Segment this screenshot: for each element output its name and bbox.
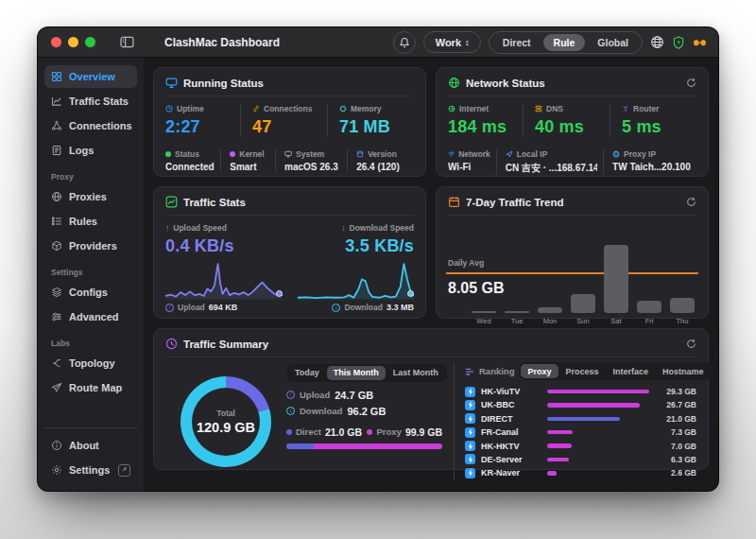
- proxy-bolt-badge-icon: [465, 413, 475, 424]
- refresh-icon: [686, 78, 696, 88]
- tab-interface[interactable]: Interface: [607, 364, 656, 378]
- proxy-summary: Proxy99.9 GB: [367, 426, 442, 438]
- sidebar-item-overview[interactable]: Overview: [44, 65, 137, 88]
- connections-stat: Connections 47: [240, 104, 327, 137]
- proxy-bolt-badge-icon: [465, 441, 475, 451]
- clock-icon: [165, 105, 173, 113]
- refresh-button[interactable]: [686, 78, 696, 88]
- internet-latency-stat: Internet 184 ms: [448, 104, 523, 137]
- location-arrow-icon: [506, 150, 513, 158]
- network-detail: Network Wi-Fi: [448, 149, 496, 175]
- sidebar-toggle-icon[interactable]: [120, 36, 134, 48]
- ranking-name: HK-ViuTV: [481, 387, 543, 396]
- running-status-card: Running Status Uptime 2:27 Connections 4…: [153, 67, 426, 177]
- sidebar-item-settings[interactable]: Settings ↗: [44, 459, 137, 481]
- mode-direct[interactable]: Direct: [492, 34, 541, 51]
- plane-icon: [51, 382, 62, 393]
- card-title: 7-Day Traffic Trend: [466, 197, 564, 208]
- refresh-icon: [686, 339, 696, 349]
- upload-speed-panel: ↑Upload Speed 0.4 KB/s ↑ Upload694 KB: [165, 223, 283, 312]
- topology-curve-icon: [51, 357, 62, 369]
- mode-rule[interactable]: Rule: [543, 34, 586, 51]
- card-title: Network Status: [466, 78, 545, 89]
- mode-global[interactable]: Global: [587, 34, 639, 51]
- local-ip-detail: Local IP CN 吉安 · ...168.67.147: [496, 149, 603, 175]
- ranking-row[interactable]: DIRECT21.0 GB: [465, 413, 696, 425]
- tab-hostname[interactable]: Hostname: [656, 364, 711, 378]
- sidebar-item-logs[interactable]: Logs: [44, 139, 137, 162]
- profile-dropdown[interactable]: Work ▴▾: [423, 31, 481, 53]
- shield-button[interactable]: [672, 36, 685, 49]
- card-title: Running Status: [183, 78, 264, 89]
- zoom-window-button[interactable]: [85, 37, 95, 47]
- sidebar: Overview Traffic Stats Connections Logs …: [38, 58, 144, 491]
- sidebar-item-configs[interactable]: Configs: [44, 281, 137, 304]
- titlebar: ClashMac Dashboard Work ▴▾ Direct Rule G…: [38, 27, 718, 58]
- ranking-row[interactable]: FR-Canal7.3 GB: [465, 426, 696, 438]
- ranking-row[interactable]: KR-Naver2.6 GB: [465, 467, 696, 478]
- sidebar-item-label: Topology: [69, 357, 115, 369]
- antenna-icon: [622, 105, 629, 113]
- traffic-summary-card: Traffic Summary Total 120.9 GB: [153, 328, 709, 470]
- sidebar-item-route-map[interactable]: Route Map: [44, 376, 137, 399]
- tab-last-month[interactable]: Last Month: [387, 366, 445, 380]
- network-nodes-icon: [51, 120, 62, 131]
- sidebar-item-label: Settings: [69, 464, 110, 476]
- sidebar-item-topology[interactable]: Topology: [44, 352, 137, 374]
- main-content: Running Status Uptime 2:27 Connections 4…: [144, 58, 718, 491]
- app-window: ClashMac Dashboard Work ▴▾ Direct Rule G…: [37, 26, 719, 492]
- sidebar-item-label: Rules: [69, 216, 97, 227]
- close-window-button[interactable]: [51, 37, 61, 47]
- refresh-button[interactable]: [686, 339, 696, 349]
- sidebar-item-proxies[interactable]: Proxies: [44, 185, 137, 208]
- ranking-name: UK-BBC: [481, 400, 543, 409]
- refresh-button[interactable]: [686, 197, 696, 207]
- sidebar-item-advanced[interactable]: Advanced: [44, 305, 137, 328]
- trend-bar-thu: Thu: [670, 298, 695, 325]
- traffic-donut-chart: Total 120.9 GB: [165, 362, 286, 481]
- ranking-value: 7.3 GB: [657, 427, 696, 437]
- sidebar-item-label: About: [69, 440, 99, 451]
- refresh-icon: [686, 197, 696, 207]
- tab-today[interactable]: Today: [288, 366, 326, 380]
- sidebar-item-rules[interactable]: Rules: [44, 210, 137, 233]
- ranking-bar: [547, 417, 649, 422]
- tab-process[interactable]: Process: [559, 364, 606, 378]
- titlebar-left: [38, 36, 144, 48]
- ranking-value: 29.3 GB: [657, 387, 696, 396]
- ranking-name: FR-Canal: [481, 427, 543, 437]
- grid-icon: [51, 71, 62, 82]
- ranking-bars-icon: [465, 367, 474, 376]
- network-status-card: Network Status Internet 184 ms DNS 40 ms…: [436, 67, 709, 177]
- download-sparkline-chart: [298, 258, 415, 302]
- globe-icon: [448, 77, 460, 89]
- sidebar-item-connections[interactable]: Connections: [44, 114, 137, 137]
- trend-bar-wed: Wed: [472, 311, 496, 326]
- pie-clock-icon: [165, 338, 178, 350]
- globe-button[interactable]: [650, 35, 664, 49]
- ranking-row[interactable]: HK-ViuTV29.3 GB: [465, 386, 696, 397]
- ranking-tabs: Proxy Process Interface Hostname: [519, 362, 712, 380]
- ranking-row[interactable]: UK-BBC26.7 GB: [465, 399, 696, 410]
- privacy-button[interactable]: [693, 36, 707, 49]
- sparkline-endpoint-dot: [276, 290, 283, 297]
- tab-proxy[interactable]: Proxy: [521, 364, 558, 378]
- tab-this-month[interactable]: This Month: [327, 366, 386, 380]
- ranking-bar: [547, 458, 649, 462]
- bell-icon: [399, 37, 410, 48]
- monitor-icon: [284, 150, 292, 158]
- direct-proxy-split-bar: [286, 443, 442, 449]
- sidebar-item-about[interactable]: About: [44, 434, 137, 457]
- ranking-row[interactable]: DE-Server6.3 GB: [465, 454, 696, 465]
- document-icon: [51, 145, 62, 156]
- sparkline-endpoint-dot: [407, 290, 414, 297]
- ranking-bar: [547, 403, 649, 408]
- ranking-row[interactable]: HK-HKTV7.0 GB: [465, 441, 696, 452]
- minimize-window-button[interactable]: [68, 37, 78, 47]
- notifications-button[interactable]: [393, 31, 416, 54]
- sidebar-item-traffic-stats[interactable]: Traffic Stats: [44, 90, 137, 113]
- sidebar-item-label: Providers: [69, 240, 117, 252]
- sidebar-item-label: Route Map: [69, 382, 122, 393]
- window-title: ClashMac Dashboard: [164, 36, 280, 49]
- sidebar-item-providers[interactable]: Providers: [44, 235, 137, 257]
